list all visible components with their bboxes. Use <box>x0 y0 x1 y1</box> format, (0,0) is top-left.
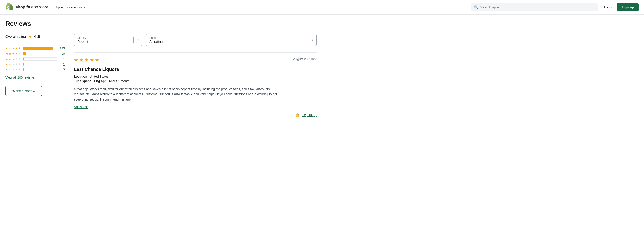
show-dropdown[interactable]: Show All ratings ▾ <box>146 34 316 46</box>
review-header: ★ ★ ★ ★ ★ August 23, 2022 <box>74 57 316 65</box>
search-box: 🔍 <box>471 3 598 11</box>
count-4[interactable]: 10 <box>59 52 65 55</box>
rating-bars: ★ ★ ★ ★ ★ 185 ★ ★ ★ <box>6 47 65 71</box>
ratings-panel: Overall rating ★ 4.9 ★ ★ ★ ★ ★ <box>6 34 65 96</box>
bar-3-fill <box>23 58 24 60</box>
review-date: August 23, 2022 <box>293 57 316 61</box>
sort-label: Sort by <box>77 36 130 40</box>
view-all-reviews-link[interactable]: View all 200 reviews <box>6 76 65 79</box>
time-value: About 1 month <box>109 79 130 83</box>
bar-4-fill <box>23 52 26 55</box>
review-stars: ★ ★ ★ ★ ★ <box>74 57 100 63</box>
location-value: United States <box>90 75 108 78</box>
header-actions: Log in Sign up <box>604 3 638 12</box>
rating-row-5: ★ ★ ★ ★ ★ 185 <box>6 47 65 50</box>
bar-4-container <box>23 52 58 55</box>
login-button[interactable]: Log in <box>604 5 613 9</box>
review-footer: 👍 Helpful (0) <box>74 112 316 117</box>
overall-rating-label: Overall rating <box>6 35 26 38</box>
sort-value: Recent <box>77 40 88 43</box>
review-location-row: Location United States <box>74 75 316 78</box>
search-area: 🔍 <box>471 3 598 11</box>
review-time-row: Time spent using app About 1 month <box>74 79 316 83</box>
four-stars: ★ ★ ★ ★ ★ <box>6 52 21 55</box>
overall-rating-value: 4.9 <box>34 34 40 39</box>
content-layout: Overall rating ★ 4.9 ★ ★ ★ ★ ★ <box>6 34 316 117</box>
search-input[interactable] <box>480 5 595 9</box>
thumbs-up-icon: 👍 <box>295 112 300 117</box>
header: shopify app store Apps by category ▾ 🔍 L… <box>0 0 644 15</box>
rating-row-4: ★ ★ ★ ★ ★ 10 <box>6 52 65 55</box>
dropdown-divider <box>134 37 134 43</box>
write-review-button[interactable]: Write a review <box>6 86 42 96</box>
logo: shopify app store <box>6 3 48 12</box>
review-meta: Location United States Time spent using … <box>74 75 316 83</box>
chevron-down-icon: ▾ <box>137 38 139 42</box>
three-stars: ★ ★ ★ ★ ★ <box>6 57 21 61</box>
bar-1-fill <box>23 68 24 71</box>
chevron-down-icon: ▾ <box>84 6 85 9</box>
bar-5-container <box>23 47 58 50</box>
show-label: Show <box>149 36 304 40</box>
overall-rating-row: Overall rating ★ 4.9 <box>6 34 65 42</box>
reviews-panel: Sort by Recent ▾ Show All ratings ▾ <box>74 34 316 117</box>
helpful-button[interactable]: Helpful (0) <box>302 113 316 117</box>
rating-row-1: ★ ★ ★ ★ ★ 3 <box>6 68 65 71</box>
bar-2-container <box>23 63 58 66</box>
time-label: Time spent using app <box>74 79 107 83</box>
page-title: Reviews <box>6 20 316 27</box>
count-1[interactable]: 3 <box>59 68 65 71</box>
location-label: Location <box>74 75 87 78</box>
overall-star-icon: ★ <box>28 34 32 39</box>
reviewer-name: Last Chance Liquors <box>74 67 316 72</box>
rating-row-3: ★ ★ ★ ★ ★ 1 <box>6 57 65 61</box>
one-star: ★ ★ ★ ★ ★ <box>6 68 21 71</box>
show-less-link[interactable]: Show less <box>74 105 88 109</box>
sort-filter-row: Sort by Recent ▾ Show All ratings ▾ <box>74 34 316 46</box>
bar-5-fill <box>23 47 53 50</box>
count-5[interactable]: 185 <box>59 47 65 50</box>
bar-1-container <box>23 68 58 71</box>
search-icon: 🔍 <box>474 5 478 9</box>
logo-text: shopify app store <box>16 5 48 10</box>
two-stars: ★ ★ ★ ★ ★ <box>6 62 21 66</box>
show-value: All ratings <box>149 40 164 43</box>
count-2[interactable]: 1 <box>59 62 65 66</box>
count-3[interactable]: 1 <box>59 57 65 61</box>
shopify-logo-icon <box>6 3 14 12</box>
signup-button[interactable]: Sign up <box>617 3 638 12</box>
rating-row-2: ★ ★ ★ ★ ★ 1 <box>6 62 65 66</box>
main-content: Reviews Overall rating ★ 4.9 ★ ★ ★ ★ ★ <box>0 15 322 127</box>
nav-category-dropdown[interactable]: Apps by category ▾ <box>54 4 87 11</box>
sort-dropdown[interactable]: Sort by Recent ▾ <box>74 34 142 46</box>
bar-3-container <box>23 57 58 61</box>
chevron-down-show-icon: ▾ <box>312 38 313 42</box>
five-stars: ★ ★ ★ ★ ★ <box>6 47 21 50</box>
review-body: Great app. Works really well for our ret… <box>74 87 279 102</box>
review-card: ★ ★ ★ ★ ★ August 23, 2022 Last Chance Li… <box>74 52 316 117</box>
bar-2-fill <box>23 63 24 66</box>
